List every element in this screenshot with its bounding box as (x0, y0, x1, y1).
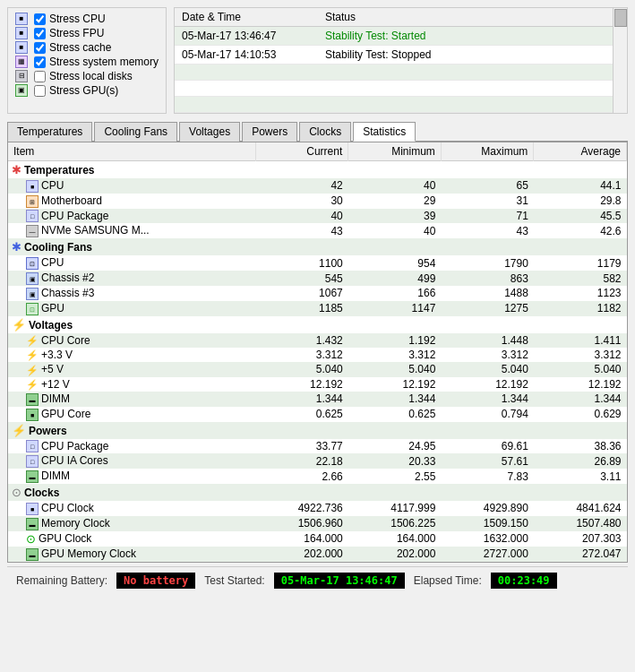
cache-icon: ■ (15, 41, 28, 54)
group-header: ⚡Powers (8, 422, 627, 439)
table-row: □CPU Package40397145.5 (8, 209, 627, 224)
cpu-icon: ■ (15, 13, 28, 25)
table-row: ■GPU Core0.6250.6250.7940.629 (8, 407, 627, 422)
table-row: —NVMe SAMSUNG M...43404342.6 (8, 223, 627, 238)
tab-cooling-fans[interactable]: Cooling Fans (94, 122, 177, 142)
log-datetime-1: 05-Mar-17 14:10:53 (178, 47, 322, 62)
log-row-empty-2 (175, 81, 613, 97)
table-row: ⊡GPU1185114712751182 (8, 301, 627, 316)
table-row: ▬Memory Clock1506.9601506.2251509.150150… (8, 516, 627, 531)
log-col-datetime: Date & Time (178, 10, 322, 24)
test-started-value: 05-Mar-17 13:46:47 (274, 573, 405, 589)
table-row: ⊙GPU Clock164.000164.0001632.000207.303 (8, 531, 627, 547)
col-item: Item (8, 142, 255, 161)
stress-memory-checkbox[interactable] (34, 56, 46, 68)
col-minimum: Minimum (348, 142, 442, 161)
battery-label: Remaining Battery: (16, 574, 107, 587)
statistics-table: Item Current Minimum Maximum Average ✱Te… (8, 142, 627, 562)
table-row: ■CPU42406544.1 (8, 178, 627, 194)
gpu-stress-icon: ▣ (15, 84, 28, 97)
group-header: ✱Cooling Fans (8, 238, 627, 255)
stress-cpu-item[interactable]: ■ Stress CPU (15, 12, 159, 26)
tab-clocks[interactable]: Clocks (299, 122, 351, 142)
fpu-icon: ■ (15, 27, 28, 39)
disks-icon: ⊟ (15, 70, 28, 82)
table-row: ⚡CPU Core1.4321.1921.4481.411 (8, 333, 627, 348)
log-scrollbar-thumb[interactable] (614, 9, 627, 27)
status-bar: Remaining Battery: No battery Test Start… (7, 566, 628, 594)
stress-disks-checkbox[interactable] (34, 71, 46, 82)
log-datetime-0: 05-Mar-17 13:46:47 (178, 29, 322, 43)
log-row-empty-1 (175, 65, 613, 81)
col-average: Average (534, 142, 627, 161)
table-row: ▬GPU Memory Clock202.000202.0002727.0002… (8, 547, 627, 562)
table-row: ⊡CPU110095417901179 (8, 255, 627, 271)
stress-memory-label: Stress system memory (49, 56, 159, 68)
table-row: □CPU IA Cores22.1820.3357.6126.89 (8, 453, 627, 469)
table-row: ⊞Motherboard30293129.8 (8, 194, 627, 209)
stress-memory-item[interactable]: ▦ Stress system memory (15, 55, 159, 69)
stress-fpu-item[interactable]: ■ Stress FPU (15, 26, 159, 40)
stats-body: ✱Temperatures■CPU42406544.1⊞Motherboard3… (8, 161, 627, 562)
group-header: ✱Temperatures (8, 161, 627, 179)
battery-value: No battery (116, 573, 195, 589)
table-row: ⚡+12 V12.19212.19212.19212.192 (8, 377, 627, 392)
col-maximum: Maximum (441, 142, 534, 161)
table-header-row: Item Current Minimum Maximum Average (8, 142, 627, 161)
stress-cpu-checkbox[interactable] (34, 13, 46, 25)
tab-powers[interactable]: Powers (242, 122, 297, 142)
stress-disks-label: Stress local disks (49, 70, 133, 82)
elapsed-value: 00:23:49 (491, 573, 557, 589)
table-row: ▬DIMM2.662.557.833.11 (8, 469, 627, 484)
stress-gpu-checkbox[interactable] (34, 85, 46, 97)
log-row-empty-3 (175, 97, 613, 113)
log-status-1: Stability Test: Stopped (322, 47, 435, 62)
log-row-0: 05-Mar-17 13:46:47 Stability Test: Start… (175, 27, 613, 46)
stress-cache-label: Stress cache (49, 41, 111, 54)
tab-temperatures[interactable]: Temperatures (7, 122, 92, 142)
stress-gpu-label: Stress GPU(s) (49, 84, 118, 97)
tab-voltages[interactable]: Voltages (179, 122, 240, 142)
tabs-bar: Temperatures Cooling Fans Voltages Power… (7, 121, 628, 142)
table-row: ■CPU Clock4922.7364117.9994929.8904841.6… (8, 501, 627, 516)
log-header: Date & Time Status (175, 8, 613, 27)
stress-cache-item[interactable]: ■ Stress cache (15, 40, 159, 55)
memory-icon: ▦ (15, 56, 28, 68)
log-panel: Date & Time Status 05-Mar-17 13:46:47 St… (174, 7, 628, 114)
stress-cpu-label: Stress CPU (49, 13, 106, 25)
main-container: ■ Stress CPU ■ Stress FPU ■ Stress cache… (0, 0, 635, 601)
stress-fpu-label: Stress FPU (49, 27, 104, 39)
table-row: ▬DIMM1.3441.3441.3441.344 (8, 392, 627, 407)
log-scrollbar[interactable] (613, 8, 627, 113)
log-col-status: Status (322, 10, 359, 24)
group-header: ⊙Clocks (8, 484, 627, 501)
col-current: Current (255, 142, 348, 161)
group-header: ⚡Voltages (8, 316, 627, 333)
elapsed-label: Elapsed Time: (414, 574, 482, 587)
stress-gpu-item[interactable]: ▣ Stress GPU(s) (15, 83, 159, 98)
table-row: ⚡+3.3 V3.3123.3123.3123.312 (8, 348, 627, 362)
test-started-label: Test Started: (204, 574, 264, 587)
stress-disks-item[interactable]: ⊟ Stress local disks (15, 69, 159, 83)
stats-container: Item Current Minimum Maximum Average ✱Te… (7, 142, 628, 563)
stress-fpu-checkbox[interactable] (34, 28, 46, 39)
table-row: ▣Chassis #3106716614881123 (8, 286, 627, 301)
table-row: ⚡+5 V5.0405.0405.0405.040 (8, 362, 627, 376)
table-row: □CPU Package33.7724.9569.6138.36 (8, 439, 627, 454)
log-status-0: Stability Test: Started (322, 29, 430, 43)
stress-panel: ■ Stress CPU ■ Stress FPU ■ Stress cache… (7, 7, 167, 114)
stress-cache-checkbox[interactable] (34, 42, 46, 54)
table-row: ▣Chassis #2545499863582 (8, 271, 627, 286)
log-row-1: 05-Mar-17 14:10:53 Stability Test: Stopp… (175, 46, 613, 65)
tab-statistics[interactable]: Statistics (353, 122, 416, 142)
top-section: ■ Stress CPU ■ Stress FPU ■ Stress cache… (7, 7, 628, 114)
